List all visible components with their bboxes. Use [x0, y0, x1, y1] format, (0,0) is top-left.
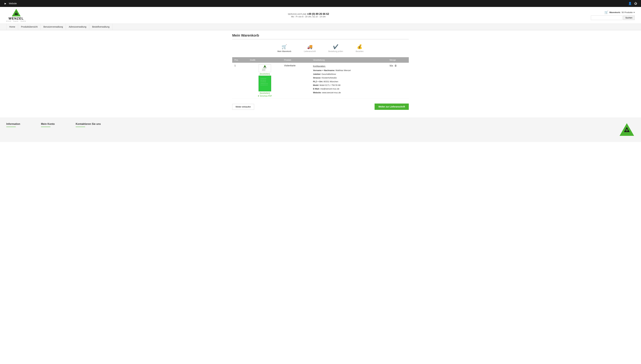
svg-text:www.wenzel-muc.de: www.wenzel-muc.de: [260, 84, 268, 86]
config-title: Konfiguration:: [313, 64, 385, 68]
cell-pos: 1: [232, 63, 248, 99]
qty-value: 50x: [390, 64, 393, 67]
top-bar-right: 👤 ⏻: [628, 1, 638, 6]
col-produkt: Produkt: [282, 57, 311, 63]
footer-divider-3: [76, 127, 85, 127]
bc-front-svg: WENZEL Matthias Wenzel Geschäftsführer K…: [259, 64, 271, 72]
table-header: Pos. Grafik Produkt Verarbeitung Menge: [232, 57, 409, 63]
hotline-number: +49 (0) 89 26 66 62: [307, 12, 329, 15]
config-line-3: PLZ + Ort: 80331 München: [313, 80, 385, 83]
row-pos: 1: [234, 64, 236, 67]
config-line-0: Vorname + Nachname: Matthias Wenzel: [313, 68, 385, 72]
title-divider: [232, 39, 409, 40]
nav-produktuebersicht[interactable]: Produktübersicht: [18, 24, 41, 30]
config-line-1: Jobtitel: Geschäftsführer: [313, 72, 385, 76]
config-line-6: Website: www.wenzel-muc.de: [313, 91, 385, 94]
footer-mein-konto-title: Mein Konto: [41, 122, 66, 126]
footer-col-kontakt: Kontaktieren Sie uns: [76, 122, 101, 137]
user-icon[interactable]: 👤: [628, 1, 632, 6]
cart-label: Warenkorb:: [609, 11, 621, 14]
check-step-icon: ✔️: [333, 44, 338, 49]
product-name: Visitenkarte: [284, 64, 296, 67]
delete-icon[interactable]: 🗑: [394, 64, 397, 67]
nav-adressverwaltung[interactable]: Adressverwaltung: [66, 24, 89, 30]
search-input[interactable]: [591, 16, 622, 20]
config-val-6: www.wenzel-muc.de: [322, 92, 341, 94]
top-bar-left: ▶ Website: [3, 1, 17, 6]
step-warenkorb: 🛒 Mein Warenkorb: [277, 44, 291, 52]
config-val-5: mw@wenzel-muc.de: [320, 88, 339, 90]
nav-bestellverwaltung[interactable]: Bestellverwaltung: [89, 24, 112, 30]
bc-front-preview: WENZEL Matthias Wenzel Geschäftsführer K…: [259, 64, 271, 72]
cart-dropdown-icon[interactable]: ▾: [633, 11, 635, 14]
footer-divider-1: [6, 127, 16, 127]
config-val-0: Matthias Wenzel: [336, 69, 351, 72]
cart-step-icon: 🛒: [282, 44, 287, 49]
col-menge: Menge: [387, 57, 409, 63]
cell-verarbeitung: Konfiguration: Vorname + Nachname: Matth…: [311, 63, 387, 99]
footer-col-information: Information: [6, 122, 32, 137]
config-label-0: Vorname + Nachname:: [313, 69, 335, 72]
config-label-2: Strasse:: [313, 76, 321, 79]
search-row: Suchen: [591, 16, 635, 20]
step-bestellung-pruefen: ✔️ Bestellung prüfen: [328, 44, 343, 52]
col-verarbeitung: Verarbeitung: [311, 57, 387, 63]
config-val-4: Mobil 0171 / 758 55 88: [320, 84, 340, 86]
logo-wrap: WENZEL druck · kopie · media: [6, 8, 26, 22]
edit-link-1[interactable]: [bearbeiten]: [260, 73, 270, 75]
footer-kontakt-title: Kontaktieren Sie uns: [76, 122, 101, 126]
footer-logo-svg: [619, 122, 635, 137]
qty-cell: 50x 🗑: [390, 64, 407, 67]
cart-icon: 🛒: [604, 10, 608, 14]
svg-text:Klosterhofstraße: Klosterhofstraße: [260, 78, 266, 79]
config-label-3: PLZ + Ort:: [313, 80, 323, 83]
power-icon[interactable]: ⏻: [633, 1, 638, 6]
main-nav: Home Produktübersicht Benutzerverwaltung…: [0, 24, 641, 30]
cell-grafik: WENZEL Matthias Wenzel Geschäftsführer K…: [248, 63, 282, 99]
continue-shopping-button[interactable]: Weiter einkaufen: [232, 104, 254, 110]
truck-step-icon: 🚚: [307, 44, 313, 49]
config-label-5: E-Mail:: [313, 88, 320, 90]
step-bezahlen-label: Bezahlen: [356, 50, 364, 52]
logo-sub: druck · kopie · media: [6, 20, 26, 22]
cart-info[interactable]: 🛒 Warenkorb: 50 Produkte ▾: [604, 10, 635, 14]
config-line-5: E-Mail: mw@wenzel-muc.de: [313, 87, 385, 90]
cart-search: 🛒 Warenkorb: 50 Produkte ▾ Suchen: [591, 10, 635, 20]
svg-text:80331 München: 80331 München: [260, 80, 266, 81]
footer-information-title: Information: [6, 122, 32, 126]
website-label[interactable]: Website: [9, 2, 17, 5]
config-val-2: Klosterhofstraße: [322, 76, 337, 79]
svg-point-2: [16, 12, 17, 14]
svg-text:80331 München: 80331 München: [262, 70, 266, 71]
bc-back-preview: Klosterhofstraße 80331 München 0171/758 …: [259, 76, 271, 92]
step-lieferanschrift: 🚚 Lieferanschrift: [304, 44, 316, 52]
table-row: 1 WENZEL Matthias Wen: [232, 63, 409, 99]
cell-menge: 50x 🗑: [387, 63, 409, 99]
config-label-4: Mobil:: [313, 84, 319, 86]
svg-text:mw@wenzel-muc.de: mw@wenzel-muc.de: [260, 83, 268, 84]
step-warenkorb-label: Mein Warenkorb: [277, 50, 291, 52]
play-icon: ▶: [3, 1, 8, 6]
hotline-hours: Mo - Fr von 8 - 20 Uhr, Sa 10 - 14 Uhr: [291, 16, 326, 18]
col-grafik: Grafik: [248, 57, 282, 63]
config-val-3: 80331 München: [323, 80, 338, 83]
cell-produkt: Visitenkarte: [282, 63, 311, 99]
col-pos: Pos.: [232, 57, 248, 63]
svg-point-20: [626, 130, 627, 131]
search-button[interactable]: Suchen: [623, 16, 635, 20]
nav-home[interactable]: Home: [6, 24, 18, 30]
page-title: Mein Warenkorb: [232, 34, 409, 38]
step-lieferanschrift-label: Lieferanschrift: [304, 50, 316, 52]
svg-text:WENZEL: WENZEL: [263, 67, 267, 68]
hotline-label: SERVICE-HOTLINE: [288, 13, 306, 15]
cart-table: Pos. Grafik Produkt Verarbeitung Menge 1: [232, 57, 409, 99]
config-line-2: Strasse: Klosterhofstraße: [313, 76, 385, 80]
nav-benutzerverwaltung[interactable]: Benutzerverwaltung: [41, 24, 66, 30]
edit-link-2[interactable]: [bearbeiten]: [260, 92, 270, 94]
next-step-button[interactable]: Weiter zur Lieferanschrift: [375, 104, 409, 110]
preview-pdf-link[interactable]: ⬇ Vorschau-PDF: [258, 95, 272, 97]
cart-count: 50 Produkte: [621, 11, 633, 14]
config-label-1: Jobtitel:: [313, 73, 321, 75]
step-bezahlen: 💰 Bezahlen: [356, 44, 364, 52]
action-row: Weiter einkaufen Weiter zur Lieferanschr…: [232, 104, 409, 114]
